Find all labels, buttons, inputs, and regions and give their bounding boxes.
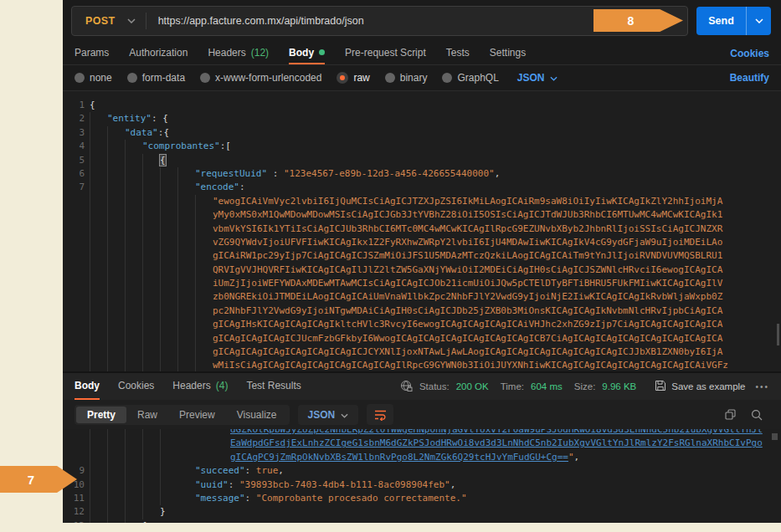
radio-raw[interactable]: raw bbox=[337, 72, 369, 84]
radio-form-data-label: form-data bbox=[142, 72, 185, 84]
radio-binary[interactable]: binary bbox=[385, 72, 428, 84]
code-line: vZG9QYWdvIjoiUFVFIiwKICAgIkx1Z2FyRXhwZWR… bbox=[63, 236, 781, 249]
radio-x-www-form-urlencoded[interactable]: x-www-form-urlencoded bbox=[200, 72, 321, 84]
code-line: pc2NhbFJlY2VwdG9yIjoiNTgwMDAiCiAgIH0sCiA… bbox=[63, 304, 781, 318]
chevron-down-icon bbox=[127, 18, 136, 23]
code-line: gICAgIHsKICAgICAgICAgIkltcHVlc3RvcyI6ewo… bbox=[63, 318, 781, 331]
beautify-link[interactable]: Beautify bbox=[730, 72, 769, 84]
method-label: POST bbox=[85, 15, 116, 27]
search-icon[interactable] bbox=[751, 409, 763, 421]
code-line: 2"entity": { bbox=[63, 112, 781, 125]
tab-authorization[interactable]: Authorization bbox=[129, 42, 188, 64]
more-options-icon[interactable]: ••• bbox=[755, 382, 769, 391]
radio-form-data-circle bbox=[127, 73, 137, 83]
line-number bbox=[68, 236, 90, 249]
annotation-step-8-badge: 8 bbox=[593, 9, 683, 32]
postman-window: POST https://app.facture.com.mx/api/timb… bbox=[63, 0, 781, 523]
line-number: 13 bbox=[68, 519, 90, 523]
status-value: 200 OK bbox=[456, 381, 489, 391]
code-line: iUmZjIjoiWEFYWDAxMDEwMTAwMCIsCiAgICAgICJ… bbox=[63, 277, 781, 290]
body-type-row: none form-data x-www-form-urlencoded raw… bbox=[63, 65, 781, 91]
code-line: 9"succeed": true, bbox=[63, 464, 781, 478]
body-format-select[interactable]: JSON bbox=[517, 72, 557, 84]
radio-form-data[interactable]: form-data bbox=[127, 72, 185, 84]
view-preview[interactable]: Preview bbox=[168, 407, 226, 423]
response-format-select[interactable]: JSON bbox=[298, 405, 359, 425]
url-field: POST https://app.facture.com.mx/api/timb… bbox=[71, 6, 688, 36]
method-select[interactable]: POST bbox=[72, 15, 146, 27]
view-pretty[interactable]: Pretty bbox=[76, 407, 126, 423]
tab-body[interactable]: Body bbox=[289, 42, 325, 64]
wrap-line-button[interactable] bbox=[367, 404, 393, 425]
code-line: "ewogICAiVmVyc2lvbiI6IjQuMCIsCiAgICJTZXJ… bbox=[63, 195, 781, 208]
save-as-example-button[interactable]: Save as example bbox=[655, 380, 745, 393]
view-visualize[interactable]: Visualize bbox=[226, 407, 288, 423]
size-label: Size: bbox=[574, 381, 596, 391]
tab-body-label: Body bbox=[289, 47, 314, 59]
request-tabs: Params Authorization Headers (12) Body P… bbox=[63, 42, 781, 65]
response-header: Body Cookies Headers (4) Test Results St… bbox=[63, 371, 781, 400]
save-as-example-label: Save as example bbox=[671, 381, 745, 391]
response-body-viewer[interactable]: dGZkOlRpbWJyZUZpc2NhbERpZ2l0YWwgeHNpOnNj… bbox=[63, 429, 781, 523]
view-raw[interactable]: Raw bbox=[126, 407, 168, 423]
line-number: 1 bbox=[68, 99, 90, 112]
tab-headers[interactable]: Headers (12) bbox=[208, 42, 269, 64]
code-line: 3"data":{ bbox=[63, 126, 781, 140]
code-line: 6"requestUuid" : "123e4567-e89b-12d3-a45… bbox=[63, 167, 781, 181]
line-number: 5 bbox=[68, 154, 90, 167]
response-tab-cookies[interactable]: Cookies bbox=[118, 373, 154, 400]
headers-count-badge: (12) bbox=[251, 47, 269, 59]
code-line: EaWdpdGFsdjExLnhzZCIgeG1sbnM6dGZkPSJodHR… bbox=[63, 437, 781, 450]
globe-lock-icon bbox=[400, 380, 413, 394]
response-format-label: JSON bbox=[308, 409, 336, 421]
send-button-group: Send bbox=[696, 7, 771, 35]
response-tab-body[interactable]: Body bbox=[75, 373, 100, 400]
line-number bbox=[68, 195, 90, 208]
response-tab-headers[interactable]: Headers (4) bbox=[172, 373, 228, 400]
response-tab-test-results[interactable]: Test Results bbox=[246, 373, 301, 400]
send-options-chevron[interactable] bbox=[746, 7, 771, 35]
chevron-down-icon bbox=[341, 409, 348, 421]
code-line: wMiIsCiAgICAgICAgICAgICAgICAgICAgIlRpcG9… bbox=[63, 359, 781, 371]
response-tool-icons bbox=[725, 409, 769, 421]
code-line: zb0NGREkiOiJTMDEiLAogICAgICAiUmVnaW1lbkZ… bbox=[63, 290, 781, 304]
tab-pre-request-script[interactable]: Pre-request Script bbox=[345, 42, 426, 64]
cookies-link[interactable]: Cookies bbox=[730, 48, 769, 59]
line-number: 2 bbox=[68, 112, 90, 125]
line-number bbox=[68, 437, 90, 450]
code-line: 5{ bbox=[63, 154, 781, 167]
code-line: 11"message": "Comprobante procesado corr… bbox=[63, 492, 781, 505]
url-input[interactable]: https://app.facture.com.mx/api/timbrado/… bbox=[146, 15, 364, 27]
tab-tests[interactable]: Tests bbox=[446, 42, 470, 64]
send-button[interactable]: Send bbox=[696, 7, 746, 35]
response-headers-count-badge: (4) bbox=[216, 380, 229, 391]
radio-binary-circle bbox=[385, 73, 395, 83]
unsaved-changes-dot bbox=[319, 49, 325, 55]
line-number bbox=[68, 223, 90, 236]
body-format-label: JSON bbox=[517, 72, 545, 84]
radio-urlencoded-label: x-www-form-urlencoded bbox=[215, 72, 321, 84]
editor-scrollbar-thumb[interactable] bbox=[777, 324, 779, 345]
line-number bbox=[68, 359, 90, 371]
code-line: gICAgICAgICAgICAgICAgICAgICJCYXNlIjoxNTA… bbox=[63, 345, 781, 359]
response-toolbar: Pretty Raw Preview Visualize JSON bbox=[63, 400, 781, 429]
response-code-lines: dGZkOlRpbWJyZUZpc2NhbERpZ2l0YWwgeHNpOnNj… bbox=[63, 429, 781, 523]
code-line: yMy0xMS0xM1QwMDowMDowMSIsCiAgICJGb3JtYVB… bbox=[63, 208, 781, 222]
line-number: 12 bbox=[68, 505, 90, 519]
line-number bbox=[68, 318, 90, 331]
request-body-editor[interactable]: 1{2"entity": {3"data":{4"comprobantes":[… bbox=[63, 91, 781, 371]
tab-settings[interactable]: Settings bbox=[490, 42, 526, 64]
radio-raw-label: raw bbox=[353, 72, 369, 84]
line-number: 6 bbox=[68, 167, 90, 181]
tab-params[interactable]: Params bbox=[75, 42, 109, 64]
code-line: 7"encode": bbox=[63, 181, 781, 194]
request-code-lines: 1{2"entity": {3"data":{4"comprobantes":[… bbox=[63, 99, 781, 371]
time-label: Time: bbox=[501, 381, 524, 391]
line-number: 11 bbox=[68, 492, 90, 505]
radio-none[interactable]: none bbox=[75, 72, 112, 84]
save-icon bbox=[655, 380, 666, 393]
radio-graphql[interactable]: GraphQL bbox=[442, 72, 498, 84]
copy-icon[interactable] bbox=[725, 409, 736, 420]
line-number bbox=[68, 345, 90, 359]
response-scrollbar-thumb[interactable] bbox=[772, 433, 778, 440]
